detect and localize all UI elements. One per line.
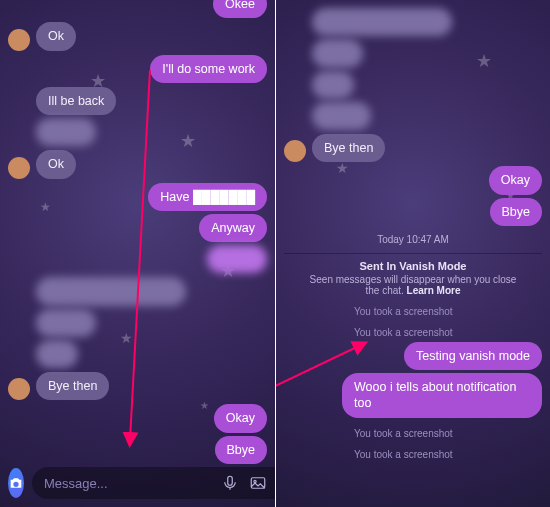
message-bubble-in[interactable]: Ok [36, 150, 76, 178]
learn-more-link[interactable]: Learn More [407, 285, 461, 296]
timestamp: Today 10:47 AM [284, 234, 542, 245]
vanish-mode-header: Sent In Vanish Mode Seen messages will d… [284, 260, 542, 296]
message-bubble-redacted[interactable]: ██ [312, 71, 354, 99]
message-row: ██████st ██ ████ ██ [8, 277, 267, 368]
message-bubble-in[interactable]: Ill be back [36, 87, 116, 115]
message-bubble-out[interactable]: Okee [213, 0, 267, 18]
divider [284, 253, 542, 254]
message-bubble-redacted[interactable]: ████ [36, 309, 96, 337]
message-bubble-redacted[interactable]: ████ [312, 102, 371, 130]
message-bubble-out[interactable]: I'll do some work [150, 55, 267, 83]
camera-icon [8, 475, 24, 491]
system-note: You took a screenshot [284, 428, 542, 439]
message-bubble-out[interactable]: Testing vanish mode [404, 342, 542, 370]
message-row: Okee [8, 0, 267, 18]
message-row: Ill be back ████ [8, 87, 267, 147]
message-list: ████ ██████ ███ ██ ████ Bye then Okay Bb… [276, 0, 550, 507]
avatar[interactable] [8, 29, 30, 51]
avatar[interactable] [8, 378, 30, 400]
message-bubble-in[interactable]: Ok [36, 22, 76, 50]
message-bubble-out[interactable]: Bbye [490, 198, 543, 226]
composer [0, 465, 275, 507]
message-row: Bye then [284, 134, 542, 162]
message-bubble-redacted[interactable]: ██████st ██ [36, 277, 186, 305]
message-row: I'll do some work [8, 55, 267, 83]
message-bubble-out[interactable]: Okay [489, 166, 542, 194]
message-row: ████ ██████ ███ ██ ████ [284, 8, 542, 130]
message-row: Okay Bbye [284, 166, 542, 226]
message-bubble-out[interactable]: Have ███████ [148, 183, 267, 211]
message-bubble-out[interactable]: Anyway [199, 214, 267, 242]
message-row: Bye then [8, 372, 267, 400]
avatar[interactable] [284, 140, 306, 162]
message-bubble-out[interactable]: Bbye [215, 436, 268, 464]
camera-button[interactable] [8, 468, 24, 498]
message-row: Testing vanish mode Wooo i tells about n… [284, 342, 542, 418]
chat-panel-right: ★ ★ ★ ████ ██████ ███ ██ ████ Bye then O… [275, 0, 550, 507]
message-bubble-redacted[interactable]: ██ [36, 340, 78, 368]
message-input[interactable] [44, 476, 212, 491]
message-bubble-redacted[interactable]: ████ ██████ [312, 8, 452, 36]
message-bubble-out[interactable]: Wooo i tells about notification too [342, 373, 542, 418]
system-note: You took a screenshot [284, 327, 542, 338]
msg-text: Have ███████ [160, 190, 255, 204]
system-note: You took a screenshot [284, 449, 542, 460]
message-bubble-out[interactable]: Okay [214, 404, 267, 432]
system-note: You took a screenshot [284, 306, 542, 317]
message-row: Ok [8, 22, 267, 50]
message-bubble-redacted[interactable]: ███ [312, 39, 363, 67]
message-row: Okay Bbye [8, 404, 267, 464]
chat-panel-left: ★ ★ ★ ★ ★ ★ Okee Ok I'll do some work Il… [0, 0, 275, 507]
message-bubble-redacted[interactable]: G███ [207, 245, 267, 273]
svg-rect-0 [228, 476, 233, 485]
message-row: Ok [8, 150, 267, 178]
message-bubble-redacted[interactable]: ████ [36, 118, 96, 146]
image-icon[interactable] [248, 473, 268, 493]
message-bubble-in[interactable]: Bye then [36, 372, 109, 400]
message-list: Okee Ok I'll do some work Ill be back ██… [0, 0, 275, 465]
avatar[interactable] [8, 157, 30, 179]
message-bubble-in[interactable]: Bye then [312, 134, 385, 162]
vanish-title: Sent In Vanish Mode [304, 260, 522, 272]
message-input-wrap [32, 467, 275, 499]
message-row: Have ███████ Anyway G███ [8, 183, 267, 274]
microphone-icon[interactable] [220, 473, 240, 493]
